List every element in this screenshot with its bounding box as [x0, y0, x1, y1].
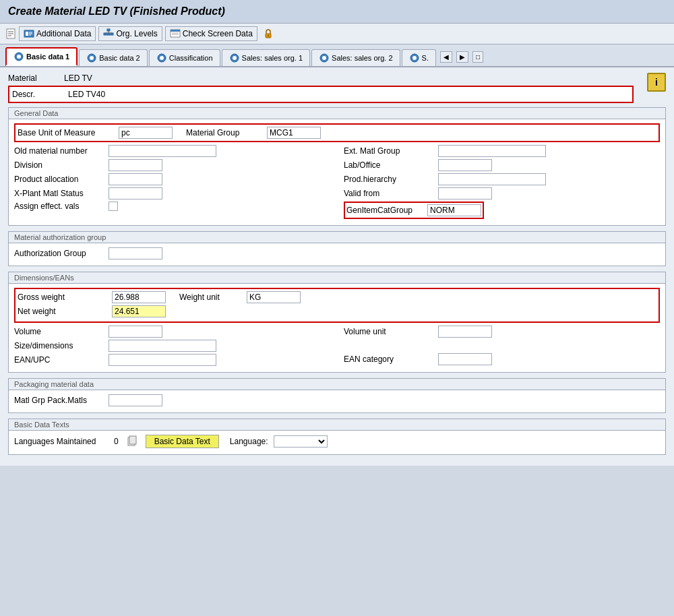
- ean-label: EAN/UPC: [14, 355, 109, 365]
- material-auth-title: Material authorization group: [9, 232, 665, 243]
- check-screen-data-label: Check Screen Data: [183, 29, 253, 38]
- descr-input[interactable]: [66, 88, 630, 100]
- auth-group-input[interactable]: [109, 247, 162, 259]
- tab-icon-sales1: [229, 53, 240, 63]
- ext-matl-input[interactable]: [438, 145, 546, 157]
- svg-point-20: [267, 35, 269, 37]
- matl-grp-label: Matl Grp Pack.Matls: [14, 396, 109, 405]
- weight-unit-input[interactable]: [247, 291, 301, 303]
- tab-label-sales-org-1: Sales: sales org. 1: [242, 54, 303, 62]
- tab-icon-class: [156, 53, 167, 63]
- page-title: Create Material LED TV (Finished Product…: [0, 0, 674, 24]
- ean-cat-input[interactable]: [438, 353, 492, 365]
- prod-hierarchy-label: Prod.hierarchy: [344, 175, 438, 184]
- tab-next-button[interactable]: ▶: [456, 51, 468, 63]
- volume-unit-input[interactable]: [438, 326, 492, 338]
- tab-s[interactable]: S.: [402, 49, 436, 66]
- old-material-label: Old material number: [14, 146, 109, 156]
- tab-label-sales-org-2: Sales: sales org. 2: [332, 54, 393, 62]
- basic-data-text-button[interactable]: Basic Data Text: [146, 435, 219, 448]
- product-alloc-input[interactable]: [109, 173, 162, 185]
- net-weight-label: Net weight: [18, 307, 112, 316]
- base-unit-label: Base Unit of Measure: [18, 128, 119, 137]
- size-label: Size/dimensions: [14, 341, 109, 350]
- toolbar: Additional Data Org. Levels Check Screen…: [0, 24, 674, 44]
- lab-office-label: Lab/Office: [344, 160, 438, 170]
- packaging-section: Packaging material data Matl Grp Pack.Ma…: [8, 378, 666, 413]
- lab-office-input[interactable]: [438, 159, 492, 171]
- gen-item-input[interactable]: [427, 204, 481, 216]
- additional-data-button[interactable]: Additional Data: [19, 26, 96, 41]
- xplant-input[interactable]: [109, 187, 162, 199]
- ean-input[interactable]: [109, 354, 216, 366]
- info-button[interactable]: i: [647, 73, 666, 92]
- svg-point-24: [90, 56, 94, 60]
- volume-unit-label: Volume unit: [344, 327, 438, 336]
- svg-rect-16: [171, 30, 180, 32]
- svg-point-22: [17, 55, 21, 59]
- svg-point-28: [233, 56, 237, 60]
- check-screen-icon: [170, 28, 181, 39]
- material-group-label: Material Group: [186, 128, 267, 137]
- tab-icon-basic-2: [86, 53, 97, 63]
- general-data-title: General Data: [9, 108, 665, 119]
- tab-label-classification: Classification: [169, 54, 213, 62]
- tab-sales-org-1[interactable]: Sales: sales org. 1: [222, 49, 311, 66]
- valid-from-input[interactable]: [438, 187, 492, 199]
- svg-rect-34: [129, 436, 136, 444]
- division-label: Division: [14, 160, 109, 170]
- svg-point-32: [412, 56, 417, 60]
- tab-expand-button[interactable]: □: [472, 51, 483, 63]
- tab-basic-data-2[interactable]: Basic data 2: [79, 49, 148, 66]
- svg-rect-5: [26, 32, 28, 36]
- material-value: LED TV: [62, 73, 94, 84]
- tab-sales-org-2[interactable]: Sales: sales org. 2: [311, 49, 400, 66]
- volume-label: Volume: [14, 327, 109, 336]
- basic-data-texts-section: Basic Data Texts Languages Maintained 0 …: [8, 419, 666, 455]
- tab-prev-button[interactable]: ◀: [440, 51, 452, 63]
- general-data-section: General Data Base Unit of Measure Materi…: [8, 107, 666, 226]
- size-input[interactable]: [109, 340, 216, 352]
- tab-icon-s: [409, 53, 420, 63]
- matl-grp-input[interactable]: [109, 394, 162, 406]
- assign-effect-checkbox[interactable]: [109, 202, 118, 211]
- svg-point-30: [322, 56, 326, 60]
- base-unit-input[interactable]: [119, 127, 173, 139]
- packaging-title: Packaging material data: [9, 379, 665, 390]
- additional-data-icon: [24, 28, 34, 39]
- check-screen-data-button[interactable]: Check Screen Data: [165, 26, 257, 41]
- auth-group-label: Authorization Group: [14, 249, 109, 258]
- tabs-bar: Basic data 1 Basic data 2 Classification…: [0, 44, 674, 67]
- copy-icon: [127, 435, 137, 448]
- basic-data-text-label: Basic Data Text: [154, 437, 210, 446]
- gross-weight-input[interactable]: [112, 291, 166, 303]
- additional-data-label: Additional Data: [36, 29, 91, 38]
- tab-label-s: S.: [422, 54, 429, 62]
- language-label: Language:: [230, 437, 268, 446]
- gen-item-label: GenItemCatGroup: [346, 206, 427, 215]
- old-material-input[interactable]: [109, 145, 216, 157]
- division-input[interactable]: [109, 159, 162, 171]
- prod-hierarchy-input[interactable]: [438, 173, 546, 185]
- material-auth-section: Material authorization group Authorizati…: [8, 231, 666, 266]
- weight-unit-label: Weight unit: [179, 292, 247, 302]
- ean-cat-label: EAN category: [344, 355, 438, 364]
- xplant-label: X-Plant Matl Status: [14, 189, 109, 198]
- lock-icon: [263, 28, 274, 39]
- page-icon: [5, 28, 16, 39]
- material-label: Material: [8, 73, 62, 83]
- language-select[interactable]: EN DE: [274, 435, 328, 448]
- basic-data-texts-title: Basic Data Texts: [9, 419, 665, 431]
- tab-basic-data-1[interactable]: Basic data 1: [5, 47, 78, 66]
- material-group-input[interactable]: [267, 127, 321, 139]
- main-content: Material LED TV Descr. i General Data Ba…: [0, 67, 674, 466]
- org-levels-button[interactable]: Org. Levels: [98, 26, 162, 41]
- languages-label: Languages Maintained: [14, 437, 109, 446]
- volume-input[interactable]: [109, 326, 162, 338]
- net-weight-input[interactable]: [112, 305, 166, 317]
- assign-effect-label: Assign effect. vals: [14, 202, 109, 211]
- dimensions-title: Dimensions/EANs: [9, 272, 665, 284]
- tab-icon-sales2: [319, 53, 330, 63]
- org-levels-icon: [103, 28, 114, 39]
- tab-classification[interactable]: Classification: [149, 49, 220, 66]
